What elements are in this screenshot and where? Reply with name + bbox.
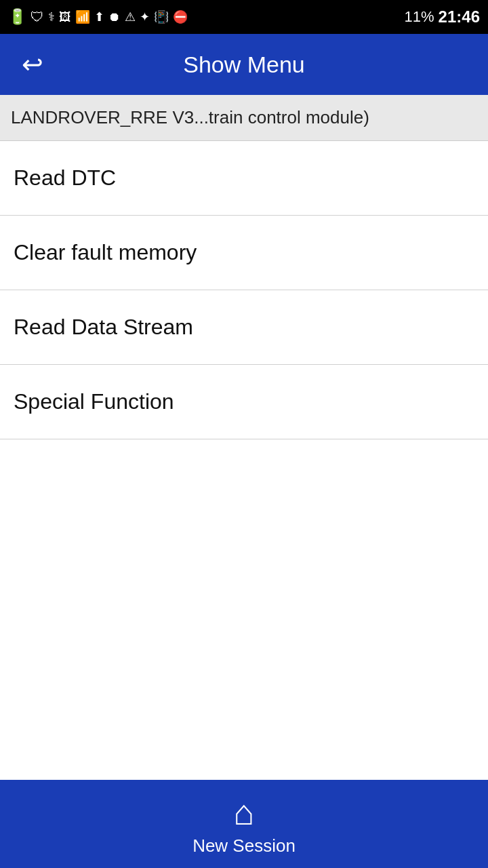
menu-item-clear-fault-memory[interactable]: Clear fault memory (0, 216, 488, 290)
status-left-icons: 🔋 🛡 ⚕ 🖼 📶 ⬆ ⏺ ⚠ ✦ 📳 ⛔ (8, 8, 188, 26)
battery-low-icon: 🔋 (8, 8, 26, 26)
usb-icon: ⚕ (48, 9, 55, 24)
header-title: Show Menu (51, 52, 437, 78)
menu-item-read-dtc[interactable]: Read DTC (0, 141, 488, 216)
bottom-nav-label: New Session (192, 835, 296, 856)
back-button[interactable]: ↩ (14, 46, 51, 83)
status-time: 21:46 (439, 7, 480, 26)
bottom-nav-new-session[interactable]: ⌂ New Session (0, 780, 488, 868)
menu-item-label-read-stream: Read Data Stream (14, 315, 193, 339)
menu-item-label-read-dtc: Read DTC (14, 165, 116, 190)
menu-list: Read DTC Clear fault memory Read Data St… (0, 141, 488, 439)
menu-item-read-data-stream[interactable]: Read Data Stream (0, 290, 488, 365)
subtitle-text: LANDROVER_RRE V3...train control module) (11, 107, 369, 127)
home-icon: ⌂ (233, 792, 254, 833)
wifi-icon: 📶 (75, 9, 90, 24)
signal-icon: ⛔ (173, 9, 188, 24)
status-bar: 🔋 🛡 ⚕ 🖼 📶 ⬆ ⏺ ⚠ ✦ 📳 ⛔ 11% 21:46 (0, 0, 488, 34)
menu-item-special-function[interactable]: Special Function (0, 365, 488, 439)
back-icon: ↩ (22, 50, 43, 79)
record-icon: ⏺ (108, 10, 121, 24)
menu-item-label-clear-fault: Clear fault memory (14, 240, 197, 264)
status-right-info: 11% 21:46 (405, 7, 480, 26)
bluetooth-icon: ✦ (140, 9, 150, 24)
subtitle-bar: LANDROVER_RRE V3...train control module) (0, 95, 488, 141)
warning-icon: ⚠ (125, 9, 136, 24)
upload-icon: ⬆ (94, 9, 104, 24)
header-bar: ↩ Show Menu (0, 34, 488, 95)
menu-item-label-special: Special Function (14, 389, 174, 414)
shield-icon: 🛡 (30, 9, 44, 25)
battery-percent: 11% (405, 8, 434, 26)
vibrate-icon: 📳 (154, 9, 169, 24)
image-icon: 🖼 (59, 10, 71, 24)
